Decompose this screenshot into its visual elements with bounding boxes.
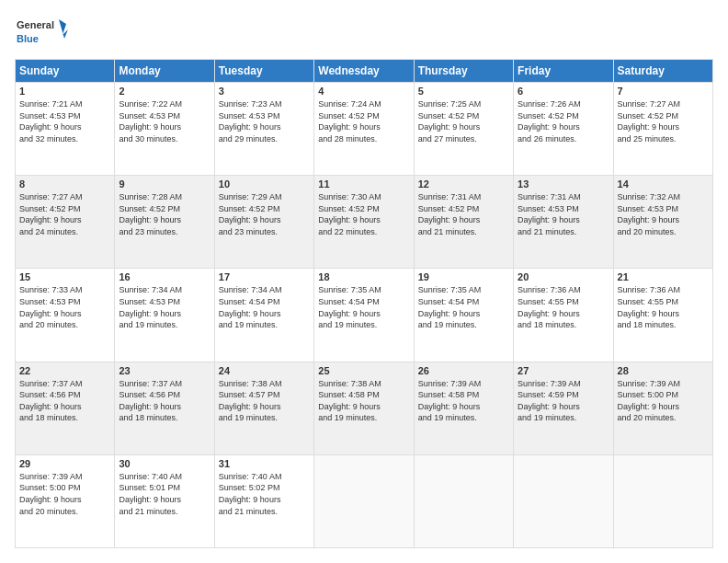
- calendar-week-row: 8Sunrise: 7:27 AMSunset: 4:52 PMDaylight…: [16, 176, 713, 269]
- day-number: 22: [19, 365, 110, 376]
- calendar-day-cell: 22Sunrise: 7:37 AMSunset: 4:56 PMDayligh…: [16, 362, 115, 454]
- day-number: 24: [219, 365, 310, 376]
- calendar-day-cell: 4Sunrise: 7:24 AMSunset: 4:52 PMDaylight…: [314, 83, 414, 176]
- day-number: 23: [119, 365, 210, 376]
- calendar-day-header: Tuesday: [214, 60, 313, 83]
- day-info: Sunrise: 7:36 AMSunset: 4:55 PMDaylight:…: [618, 284, 709, 330]
- calendar-day-cell: 9Sunrise: 7:28 AMSunset: 4:52 PMDaylight…: [115, 176, 214, 269]
- calendar-day-cell: 24Sunrise: 7:38 AMSunset: 4:57 PMDayligh…: [214, 362, 313, 454]
- calendar-day-cell: 27Sunrise: 7:39 AMSunset: 4:59 PMDayligh…: [514, 362, 613, 454]
- calendar-day-cell: 11Sunrise: 7:30 AMSunset: 4:52 PMDayligh…: [314, 176, 414, 269]
- calendar-day-header: Friday: [514, 60, 613, 83]
- day-info: Sunrise: 7:40 AMSunset: 5:02 PMDaylight:…: [219, 471, 310, 517]
- day-info: Sunrise: 7:31 AMSunset: 4:53 PMDaylight:…: [518, 191, 609, 237]
- day-info: Sunrise: 7:26 AMSunset: 4:52 PMDaylight:…: [518, 98, 609, 144]
- calendar-day-cell: 16Sunrise: 7:34 AMSunset: 4:53 PMDayligh…: [115, 269, 214, 362]
- day-info: Sunrise: 7:37 AMSunset: 4:56 PMDaylight:…: [19, 378, 110, 424]
- day-info: Sunrise: 7:30 AMSunset: 4:52 PMDaylight:…: [318, 191, 409, 237]
- day-info: Sunrise: 7:32 AMSunset: 4:53 PMDaylight:…: [618, 191, 709, 237]
- calendar-day-cell: 18Sunrise: 7:35 AMSunset: 4:54 PMDayligh…: [314, 269, 414, 362]
- page: General Blue SundayMondayTuesdayWednesda…: [0, 0, 728, 563]
- day-info: Sunrise: 7:24 AMSunset: 4:52 PMDaylight:…: [318, 98, 409, 144]
- svg-text:Blue: Blue: [17, 33, 39, 44]
- calendar-day-cell: 26Sunrise: 7:39 AMSunset: 4:58 PMDayligh…: [414, 362, 513, 454]
- day-number: 9: [119, 178, 210, 190]
- generalblue-logo: General Blue: [15, 15, 70, 52]
- calendar-day-cell: 30Sunrise: 7:40 AMSunset: 5:01 PMDayligh…: [115, 454, 214, 547]
- day-number: 11: [318, 178, 409, 190]
- day-info: Sunrise: 7:35 AMSunset: 4:54 PMDaylight:…: [318, 284, 409, 330]
- day-info: Sunrise: 7:27 AMSunset: 4:52 PMDaylight:…: [618, 98, 709, 144]
- day-number: 16: [119, 271, 210, 282]
- day-info: Sunrise: 7:39 AMSunset: 4:59 PMDaylight:…: [518, 378, 609, 424]
- calendar-week-row: 15Sunrise: 7:33 AMSunset: 4:53 PMDayligh…: [16, 269, 713, 362]
- day-number: 14: [618, 178, 709, 190]
- calendar-week-row: 29Sunrise: 7:39 AMSunset: 5:00 PMDayligh…: [16, 454, 713, 547]
- day-info: Sunrise: 7:39 AMSunset: 5:00 PMDaylight:…: [618, 378, 709, 424]
- day-number: 15: [19, 271, 110, 282]
- day-info: Sunrise: 7:38 AMSunset: 4:57 PMDaylight:…: [219, 378, 310, 424]
- calendar-day-cell: 21Sunrise: 7:36 AMSunset: 4:55 PMDayligh…: [613, 269, 712, 362]
- day-info: Sunrise: 7:34 AMSunset: 4:54 PMDaylight:…: [219, 284, 310, 330]
- day-number: 6: [518, 86, 609, 97]
- calendar-day-cell: 6Sunrise: 7:26 AMSunset: 4:52 PMDaylight…: [514, 83, 613, 176]
- calendar-day-cell: 31Sunrise: 7:40 AMSunset: 5:02 PMDayligh…: [214, 454, 313, 547]
- calendar-day-cell: 20Sunrise: 7:36 AMSunset: 4:55 PMDayligh…: [514, 269, 613, 362]
- logo: General Blue: [15, 15, 70, 52]
- calendar-day-cell: 17Sunrise: 7:34 AMSunset: 4:54 PMDayligh…: [214, 269, 313, 362]
- day-number: 3: [219, 86, 310, 97]
- day-info: Sunrise: 7:37 AMSunset: 4:56 PMDaylight:…: [119, 378, 210, 424]
- svg-text:General: General: [17, 19, 54, 30]
- day-info: Sunrise: 7:39 AMSunset: 4:58 PMDaylight:…: [418, 378, 509, 424]
- day-info: Sunrise: 7:38 AMSunset: 4:58 PMDaylight:…: [318, 378, 409, 424]
- calendar-day-cell: 23Sunrise: 7:37 AMSunset: 4:56 PMDayligh…: [115, 362, 214, 454]
- day-number: 1: [19, 86, 110, 97]
- calendar-day-header: Monday: [115, 60, 214, 83]
- day-info: Sunrise: 7:27 AMSunset: 4:52 PMDaylight:…: [19, 191, 110, 237]
- calendar-day-cell: [414, 454, 513, 547]
- day-number: 18: [318, 271, 409, 282]
- calendar-day-cell: 28Sunrise: 7:39 AMSunset: 5:00 PMDayligh…: [613, 362, 712, 454]
- day-number: 28: [618, 365, 709, 376]
- day-info: Sunrise: 7:29 AMSunset: 4:52 PMDaylight:…: [219, 191, 310, 237]
- calendar-day-header: Saturday: [613, 60, 712, 83]
- day-number: 20: [518, 271, 609, 282]
- calendar-day-cell: 15Sunrise: 7:33 AMSunset: 4:53 PMDayligh…: [16, 269, 115, 362]
- day-info: Sunrise: 7:28 AMSunset: 4:52 PMDaylight:…: [119, 191, 210, 237]
- calendar-table: SundayMondayTuesdayWednesdayThursdayFrid…: [15, 59, 713, 548]
- day-number: 27: [518, 365, 609, 376]
- day-info: Sunrise: 7:23 AMSunset: 4:53 PMDaylight:…: [219, 98, 310, 144]
- day-number: 29: [19, 458, 110, 469]
- day-number: 30: [119, 458, 210, 469]
- day-number: 25: [318, 365, 409, 376]
- calendar-header-row: SundayMondayTuesdayWednesdayThursdayFrid…: [16, 60, 713, 83]
- calendar-day-cell: 2Sunrise: 7:22 AMSunset: 4:53 PMDaylight…: [115, 83, 214, 176]
- calendar-day-header: Sunday: [16, 60, 115, 83]
- header: General Blue: [15, 15, 713, 52]
- calendar-day-cell: 5Sunrise: 7:25 AMSunset: 4:52 PMDaylight…: [414, 83, 513, 176]
- calendar-day-cell: 7Sunrise: 7:27 AMSunset: 4:52 PMDaylight…: [613, 83, 712, 176]
- calendar-day-cell: 8Sunrise: 7:27 AMSunset: 4:52 PMDaylight…: [16, 176, 115, 269]
- day-number: 2: [119, 86, 210, 97]
- day-number: 26: [418, 365, 509, 376]
- day-number: 31: [219, 458, 310, 469]
- calendar-day-header: Thursday: [414, 60, 513, 83]
- calendar-day-cell: 3Sunrise: 7:23 AMSunset: 4:53 PMDaylight…: [214, 83, 313, 176]
- calendar-day-cell: [314, 454, 414, 547]
- day-number: 8: [19, 178, 110, 190]
- day-info: Sunrise: 7:40 AMSunset: 5:01 PMDaylight:…: [119, 471, 210, 517]
- calendar-day-cell: 1Sunrise: 7:21 AMSunset: 4:53 PMDaylight…: [16, 83, 115, 176]
- day-info: Sunrise: 7:31 AMSunset: 4:52 PMDaylight:…: [418, 191, 509, 237]
- calendar-day-cell: 14Sunrise: 7:32 AMSunset: 4:53 PMDayligh…: [613, 176, 712, 269]
- calendar-day-cell: 29Sunrise: 7:39 AMSunset: 5:00 PMDayligh…: [16, 454, 115, 547]
- calendar-day-cell: 19Sunrise: 7:35 AMSunset: 4:54 PMDayligh…: [414, 269, 513, 362]
- day-number: 13: [518, 178, 609, 190]
- day-info: Sunrise: 7:21 AMSunset: 4:53 PMDaylight:…: [19, 98, 110, 144]
- calendar-week-row: 1Sunrise: 7:21 AMSunset: 4:53 PMDaylight…: [16, 83, 713, 176]
- day-number: 17: [219, 271, 310, 282]
- calendar-day-cell: [514, 454, 613, 547]
- calendar-day-cell: 10Sunrise: 7:29 AMSunset: 4:52 PMDayligh…: [214, 176, 313, 269]
- day-info: Sunrise: 7:39 AMSunset: 5:00 PMDaylight:…: [19, 471, 110, 517]
- day-number: 4: [318, 86, 409, 97]
- day-number: 7: [618, 86, 709, 97]
